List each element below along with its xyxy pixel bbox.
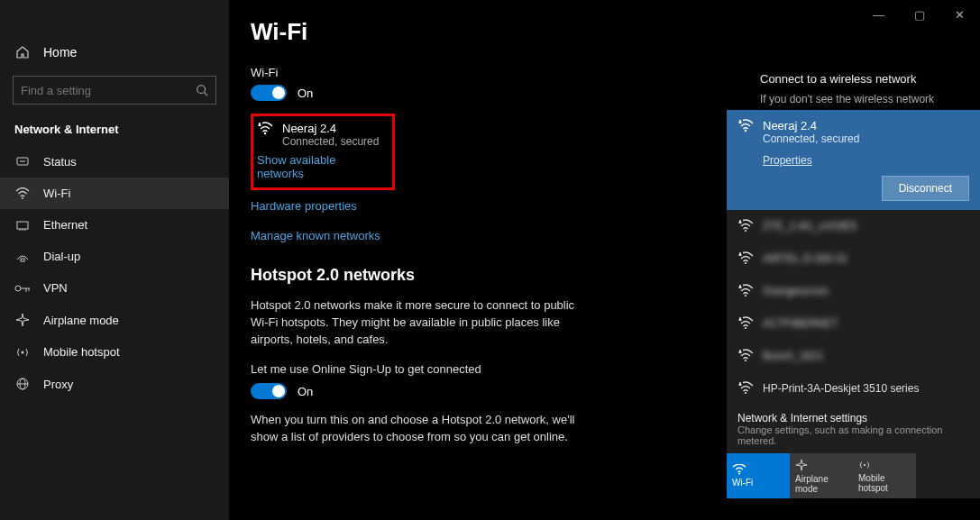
wifi-secured-icon: [737, 381, 754, 396]
network-label: HP-Print-3A-Deskjet 3510 series: [763, 382, 919, 395]
search-icon: [196, 84, 208, 96]
sidebar-item-label: Airplane mode: [43, 314, 119, 327]
sidebar-item-ethernet[interactable]: Ethernet: [0, 209, 229, 241]
status-icon: [14, 154, 31, 169]
network-label: AIRTEL D-300 GI: [763, 252, 847, 265]
svg-point-18: [264, 132, 266, 134]
sidebar-item-label: Mobile hotspot: [43, 345, 120, 359]
search-input[interactable]: [21, 84, 196, 97]
network-label: Bunch_1621: [763, 350, 823, 362]
help-sub: If you don't see the wireless network: [760, 93, 958, 105]
sidebar: Home Network & Internet Status Wi-Fi Eth…: [0, 0, 229, 520]
network-item[interactable]: Bunch_1621: [727, 340, 980, 372]
network-item[interactable]: ACTFIBERNET: [727, 307, 980, 340]
network-item[interactable]: ZTE_2.4G_uVGfE5: [727, 210, 980, 242]
flyout-properties-link[interactable]: Properties: [763, 154, 812, 167]
wifi-secured-icon: [737, 119, 754, 133]
hotspot-description: Hotspot 2.0 networks make it more secure…: [251, 297, 575, 349]
sidebar-item-wifi[interactable]: Wi-Fi: [0, 178, 229, 209]
connection-status: Connected, secured: [282, 135, 379, 148]
wifi-secured-icon: [737, 251, 754, 266]
sidebar-item-label: Dial-up: [43, 250, 80, 263]
svg-point-4: [22, 197, 23, 199]
svg-point-22: [745, 230, 746, 232]
sidebar-item-proxy[interactable]: Proxy: [0, 368, 229, 400]
svg-point-24: [745, 262, 746, 264]
flyout-network-name: Neeraj 2.4: [763, 119, 859, 132]
svg-line-1: [205, 93, 208, 96]
wifi-secured-icon: [257, 122, 273, 136]
signup-toggle-switch[interactable]: [251, 383, 287, 399]
flyout-settings-link[interactable]: Network & Internet settings Change setti…: [727, 405, 980, 453]
current-connection[interactable]: Neeraj 2.4 Connected, secured: [257, 122, 385, 148]
show-available-networks-link[interactable]: Show available networks: [257, 153, 385, 180]
connection-name: Neeraj 2.4: [282, 122, 379, 135]
wifi-secured-icon: [737, 316, 754, 331]
tile-airplane[interactable]: Airplane mode: [790, 453, 853, 498]
signup-toggle-state: On: [298, 385, 313, 398]
sidebar-home-label: Home: [43, 45, 77, 59]
sidebar-item-label: VPN: [43, 281, 68, 295]
sidebar-section-heading: Network & Internet: [0, 117, 229, 145]
svg-point-20: [745, 130, 746, 132]
sidebar-item-airplane[interactable]: Airplane mode: [0, 304, 229, 336]
network-item[interactable]: Orangescrum: [727, 275, 980, 307]
vpn-icon: [14, 283, 31, 294]
ethernet-icon: [14, 219, 31, 232]
airplane-icon: [795, 459, 808, 471]
tile-label: Mobile hotspot: [858, 473, 911, 493]
svg-point-26: [745, 295, 746, 296]
wifi-secured-icon: [737, 219, 754, 233]
sidebar-item-dialup[interactable]: Dial-up: [0, 241, 229, 272]
tile-label: Wi-Fi: [732, 478, 753, 488]
sidebar-item-vpn[interactable]: VPN: [0, 272, 229, 304]
wifi-toggle-switch[interactable]: [251, 85, 287, 101]
airplane-icon: [14, 313, 31, 327]
sidebar-item-status[interactable]: Status: [0, 145, 229, 178]
network-flyout: Neeraj 2.4 Connected, secured Properties…: [727, 110, 980, 498]
signup-description: When you turn this on and choose a Hotsp…: [251, 412, 575, 446]
svg-point-10: [15, 286, 21, 291]
sidebar-item-label: Wi-Fi: [43, 187, 70, 200]
svg-point-14: [22, 351, 24, 353]
wifi-icon: [732, 464, 746, 475]
tile-wifi[interactable]: Wi-Fi: [727, 453, 790, 498]
svg-rect-5: [17, 222, 28, 229]
network-item[interactable]: AIRTEL D-300 GI: [727, 242, 980, 275]
wifi-secured-icon: [737, 284, 754, 298]
page-heading: Wi-Fi: [251, 18, 958, 46]
tile-hotspot[interactable]: Mobile hotspot: [853, 453, 916, 498]
wifi-icon: [14, 187, 31, 200]
wifi-toggle-state: On: [298, 87, 313, 100]
disconnect-button[interactable]: Disconnect: [882, 176, 969, 201]
wifi-secured-icon: [737, 349, 754, 363]
svg-point-30: [745, 360, 746, 361]
help-panel: Connect to a wireless network If you don…: [760, 72, 958, 105]
sidebar-home[interactable]: Home: [0, 36, 229, 68]
signup-label: Let me use Online Sign-Up to get connect…: [251, 361, 575, 379]
network-label: Orangescrum: [763, 285, 829, 297]
highlighted-connection-box: Neeraj 2.4 Connected, secured Show avail…: [251, 114, 395, 190]
dialup-icon: [14, 251, 31, 263]
network-label: ZTE_2.4G_uVGfE5: [763, 220, 856, 233]
svg-point-0: [197, 86, 206, 94]
flyout-quick-tiles: Wi-Fi Airplane mode Mobile hotspot: [727, 453, 980, 498]
search-input-container[interactable]: [13, 76, 216, 105]
svg-point-35: [864, 463, 866, 465]
help-heading: Connect to a wireless network: [760, 72, 958, 86]
sidebar-item-label: Status: [43, 155, 77, 169]
network-item[interactable]: HP-Print-3A-Deskjet 3510 series: [727, 372, 980, 405]
home-icon: [14, 45, 31, 59]
flyout-connected-network[interactable]: Neeraj 2.4 Connected, secured Properties…: [727, 110, 980, 210]
hotspot-icon: [858, 460, 871, 470]
sidebar-item-label: Proxy: [43, 378, 73, 391]
tile-label: Airplane mode: [795, 474, 847, 494]
proxy-icon: [14, 377, 31, 391]
hotspot-icon: [14, 346, 31, 359]
flyout-network-status: Connected, secured: [763, 132, 859, 145]
network-label: ACTFIBERNET: [763, 317, 838, 330]
sidebar-item-hotspot[interactable]: Mobile hotspot: [0, 336, 229, 368]
sidebar-item-label: Ethernet: [43, 218, 87, 232]
flyout-settings-sub: Change settings, such as making a connec…: [737, 424, 969, 446]
svg-rect-9: [21, 259, 24, 261]
